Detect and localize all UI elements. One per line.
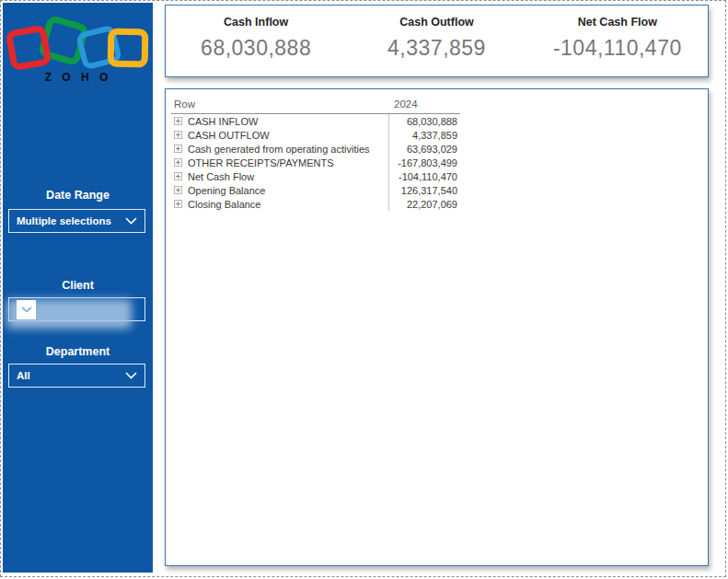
matrix-body: CASH INFLOW 68,030,888 CASH OUTFLOW 4,33… <box>171 114 460 211</box>
kpi-value: 68,030,888 <box>166 36 346 61</box>
row-label: Closing Balance <box>188 199 261 210</box>
kpi-panel: Cash Inflow 68,030,888 Cash Outflow 4,33… <box>165 5 709 77</box>
column-header-row[interactable]: Row <box>171 98 389 110</box>
row-value: 4,337,859 <box>389 130 460 141</box>
expand-icon[interactable] <box>174 131 182 139</box>
row-label-cell: Opening Balance <box>171 183 389 197</box>
row-value: -104,110,470 <box>389 171 460 182</box>
logo-text: Z O H O <box>7 71 149 84</box>
client-dropdown[interactable] <box>8 297 145 321</box>
row-value: -167,803,499 <box>389 157 460 168</box>
table-row[interactable]: Net Cash Flow -104,110,470 <box>171 169 460 183</box>
expand-icon[interactable] <box>174 145 182 153</box>
kpi-label: Cash Outflow <box>346 16 526 29</box>
row-label: Opening Balance <box>188 185 265 196</box>
expand-icon[interactable] <box>174 186 182 194</box>
row-label: CASH INFLOW <box>188 116 258 127</box>
date-range-dropdown[interactable]: Multiple selections <box>8 209 145 233</box>
date-range-label: Date Range <box>3 189 153 202</box>
kpi-value: -104,110,470 <box>527 36 708 61</box>
matrix-header: Row 2024 <box>171 95 460 114</box>
kpi-card: Cash Outflow 4,337,859 <box>346 6 526 76</box>
row-label: OTHER RECEIPTS/PAYMENTS <box>188 157 334 168</box>
department-dropdown[interactable]: All <box>8 364 145 388</box>
row-label: Cash generated from operating activities <box>188 144 370 155</box>
row-label-cell: CASH INFLOW <box>171 114 389 128</box>
zoho-logo: Z O H O <box>7 19 149 86</box>
row-label-cell: Cash generated from operating activities <box>171 142 389 156</box>
logo-red-square-icon <box>6 25 52 72</box>
kpi-label: Cash Inflow <box>166 16 346 29</box>
sidebar: Z O H O Date Range Multiple selections C… <box>3 3 153 573</box>
table-row[interactable]: CASH OUTFLOW 4,337,859 <box>171 128 460 142</box>
expand-icon[interactable] <box>174 200 182 208</box>
table-row[interactable]: Opening Balance 126,317,540 <box>171 183 460 197</box>
chevron-down-icon <box>125 372 137 379</box>
kpi-card: Net Cash Flow -104,110,470 <box>527 6 708 76</box>
dashboard-page: Z O H O Date Range Multiple selections C… <box>0 0 726 577</box>
expand-icon[interactable] <box>174 117 182 125</box>
table-row[interactable]: Closing Balance 22,207,069 <box>171 197 460 211</box>
kpi-label: Net Cash Flow <box>527 16 708 29</box>
table-row[interactable]: OTHER RECEIPTS/PAYMENTS -167,803,499 <box>171 156 460 169</box>
chevron-down-icon <box>21 307 32 313</box>
row-label-cell: Closing Balance <box>171 197 389 211</box>
logo-yellow-square-icon <box>108 29 149 68</box>
table-row[interactable]: CASH INFLOW 68,030,888 <box>171 114 460 128</box>
matrix-panel: Row 2024 CASH INFLOW 68,030,888 <box>165 88 709 566</box>
chevron-down-icon <box>125 217 137 225</box>
row-value: 63,693,029 <box>389 144 460 155</box>
row-value: 68,030,888 <box>389 116 460 127</box>
row-value: 126,317,540 <box>389 185 460 196</box>
matrix-table: Row 2024 CASH INFLOW 68,030,888 <box>171 95 460 211</box>
kpi-card: Cash Inflow 68,030,888 <box>166 6 346 76</box>
expand-icon[interactable] <box>174 158 182 167</box>
kpi-value: 4,337,859 <box>346 36 526 61</box>
row-label: Net Cash Flow <box>188 171 254 182</box>
client-chevron-box <box>17 300 36 319</box>
column-header-2024[interactable]: 2024 <box>389 98 418 110</box>
date-range-value: Multiple selections <box>17 215 111 226</box>
expand-icon[interactable] <box>174 172 182 180</box>
client-label: Client <box>3 279 153 292</box>
table-row[interactable]: Cash generated from operating activities… <box>171 142 460 156</box>
row-label-cell: Net Cash Flow <box>171 169 389 183</box>
department-label: Department <box>3 345 153 358</box>
row-label-cell: OTHER RECEIPTS/PAYMENTS <box>171 156 389 169</box>
row-value: 22,207,069 <box>389 199 460 210</box>
row-label: CASH OUTFLOW <box>188 130 270 141</box>
department-value: All <box>17 370 30 381</box>
row-label-cell: CASH OUTFLOW <box>171 128 389 142</box>
